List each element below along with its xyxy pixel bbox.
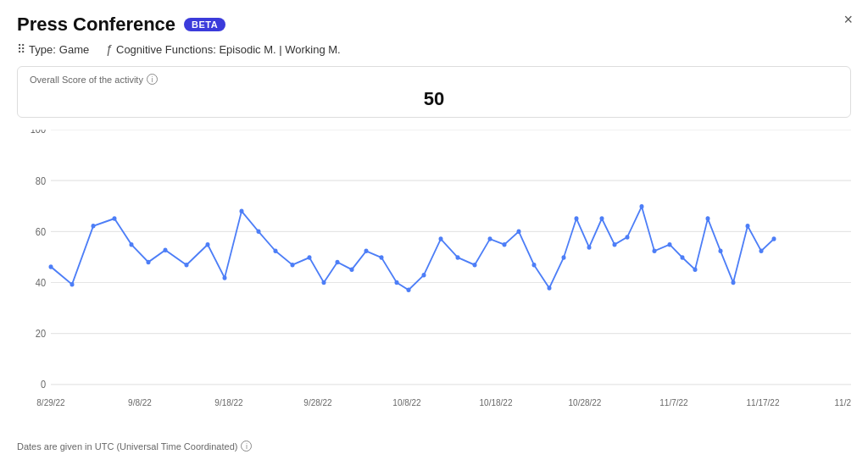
svg-point-25 [113,216,117,220]
chart-area: 100 80 60 40 20 0 8/29/22 9/8/22 9/18/22… [17,130,851,435]
svg-point-67 [746,224,750,228]
svg-point-22 [49,264,53,269]
svg-point-57 [613,242,617,247]
svg-point-60 [653,249,657,253]
close-button[interactable]: × [843,12,853,27]
svg-point-28 [164,247,168,252]
svg-point-64 [706,216,710,220]
svg-point-55 [587,245,592,249]
svg-point-65 [719,249,723,253]
svg-point-38 [336,260,340,264]
svg-point-26 [130,242,134,247]
func-icon: ƒ [106,42,113,56]
svg-point-56 [600,216,604,220]
func-label: Cognitive Functions: Episodic M. | Worki… [116,43,341,56]
svg-point-59 [640,204,644,208]
svg-point-29 [185,263,189,267]
svg-text:11/27/22: 11/27/22 [835,398,851,407]
svg-point-52 [548,285,552,290]
main-container: Press Conference BETA × ⠿ Type: Game ƒ C… [0,0,868,460]
svg-point-24 [92,224,96,228]
svg-text:8/29/22: 8/29/22 [36,398,64,407]
svg-point-48 [488,236,492,241]
meta-row: ⠿ Type: Game ƒ Cognitive Functions: Epis… [17,42,851,56]
svg-text:0: 0 [41,380,46,391]
score-box: Overall Score of the activity i 50 [17,66,851,118]
svg-point-51 [532,263,537,267]
svg-point-58 [626,235,630,239]
svg-point-69 [772,236,776,241]
svg-text:10/18/22: 10/18/22 [480,398,513,407]
score-info-icon[interactable]: i [147,74,158,85]
svg-point-62 [681,255,685,259]
svg-point-44 [422,273,426,277]
svg-point-40 [364,249,369,253]
chart-line [51,207,774,290]
svg-point-53 [562,255,566,259]
svg-point-33 [257,230,261,234]
svg-text:20: 20 [36,329,46,340]
svg-point-30 [206,242,210,247]
type-value: Game [59,43,89,56]
svg-point-46 [456,255,460,259]
type-icon: ⠿ [17,42,25,56]
beta-badge: BETA [184,18,225,31]
svg-point-34 [274,249,278,253]
svg-point-61 [668,242,672,247]
svg-text:60: 60 [36,226,46,237]
svg-text:11/7/22: 11/7/22 [659,398,687,407]
score-value: 50 [30,88,838,110]
chart-dots [49,204,776,292]
svg-point-41 [380,255,384,259]
footer-info-icon[interactable]: i [241,441,252,452]
svg-point-45 [439,236,443,241]
svg-point-36 [308,255,312,259]
footer: Dates are given in UTC (Universal Time C… [17,441,851,452]
svg-point-66 [732,280,736,285]
type-meta: ⠿ Type: Game [17,42,89,56]
svg-point-32 [240,209,244,213]
line-chart: 100 80 60 40 20 0 8/29/22 9/8/22 9/18/22… [17,130,851,435]
svg-text:11/17/22: 11/17/22 [747,398,780,407]
svg-text:10/8/22: 10/8/22 [392,398,420,407]
svg-point-54 [575,216,579,220]
svg-point-68 [760,249,764,253]
svg-text:9/28/22: 9/28/22 [303,398,331,407]
func-meta: ƒ Cognitive Functions: Episodic M. | Wor… [106,42,340,56]
svg-text:80: 80 [36,175,46,186]
page-title: Press Conference [17,14,175,36]
svg-point-35 [291,263,295,267]
svg-point-42 [395,280,399,285]
svg-text:40: 40 [36,277,46,288]
svg-point-47 [473,263,477,267]
svg-text:9/18/22: 9/18/22 [214,398,242,407]
type-label: Type: [29,43,56,56]
svg-point-49 [503,242,507,247]
svg-point-31 [223,275,227,280]
svg-text:100: 100 [31,130,46,135]
header-row: Press Conference BETA [17,14,851,36]
svg-point-37 [322,280,326,285]
svg-point-50 [517,230,521,234]
svg-text:9/8/22: 9/8/22 [128,398,152,407]
svg-point-23 [70,282,75,286]
svg-point-63 [693,267,698,271]
svg-point-43 [407,288,411,292]
score-label: Overall Score of the activity i [30,74,838,85]
footer-text: Dates are given in UTC (Universal Time C… [17,441,237,452]
svg-text:10/28/22: 10/28/22 [569,398,602,407]
svg-point-27 [147,260,151,264]
svg-point-39 [350,267,354,271]
